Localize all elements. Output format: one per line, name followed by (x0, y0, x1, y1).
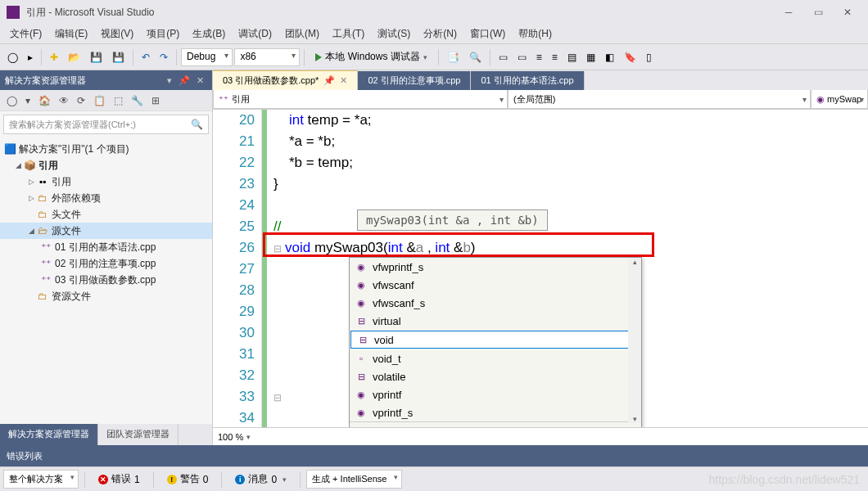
menu-team[interactable]: 团队(M) (278, 24, 326, 44)
tb-icon-10[interactable]: ▯ (642, 47, 656, 67)
se-btn-9[interactable]: ⊞ (148, 92, 163, 109)
menu-view[interactable]: 视图(V) (94, 24, 140, 44)
expand-icon[interactable]: ▷ (26, 178, 36, 186)
save-all-button[interactable]: 💾 (108, 47, 129, 67)
se-btn-4[interactable]: 👁 (56, 92, 72, 109)
platform-combo[interactable]: x86 (234, 48, 300, 66)
isense-item[interactable]: ◉vfwprintf_s (350, 258, 641, 276)
isense-item[interactable]: ◉vprintf_s (350, 403, 641, 421)
errors-filter-button[interactable]: ✕ 错误 1 (91, 469, 147, 489)
isense-item[interactable]: ▫void_t (350, 349, 641, 367)
tb-bookmark-icon[interactable]: 🔖 (620, 47, 640, 67)
new-project-button[interactable]: ✚ (46, 47, 62, 67)
tree-sources[interactable]: ◢ 🗁 源文件 (0, 223, 212, 239)
se-btn-2[interactable]: ▾ (22, 92, 34, 109)
menu-edit[interactable]: 编辑(E) (48, 24, 94, 44)
maximize-button[interactable]: ▭ (804, 2, 832, 22)
pin-icon[interactable]: 📌 (323, 75, 335, 86)
menu-tools[interactable]: 工具(T) (326, 24, 371, 44)
expand-icon[interactable]: ◢ (13, 161, 23, 169)
tree-references[interactable]: ▷ ▪▪ 引用 (0, 173, 212, 190)
tree-source-2[interactable]: ⁺⁺ 02 引用的注意事项.cpp (0, 255, 212, 272)
tree-resources[interactable]: 🗀 资源文件 (0, 288, 212, 304)
tree-solution[interactable]: 🟦 解决方案"引用"(1 个项目) (0, 141, 212, 157)
isense-scrollbar[interactable] (628, 258, 641, 423)
se-properties-icon[interactable]: 🔧 (128, 92, 147, 109)
filter-icon[interactable]: ◆ (374, 426, 389, 427)
tb-icon-3[interactable]: ▭ (495, 47, 512, 67)
se-home-icon[interactable]: 🏠 (35, 92, 54, 109)
isense-item[interactable]: ⊟virtual (350, 312, 641, 330)
start-debug-button[interactable]: 本地 Windows 调试器 ▾ (309, 47, 433, 67)
menu-test[interactable]: 测试(S) (371, 24, 417, 44)
filter-icon[interactable]: ⊟ (459, 426, 474, 427)
menu-window[interactable]: 窗口(W) (463, 24, 512, 44)
filter-icon[interactable]: ⚡ (417, 426, 432, 427)
zoom-level[interactable]: 100 % (218, 432, 243, 442)
tb-icon-9[interactable]: ◧ (601, 47, 618, 67)
minimize-button[interactable]: ─ (775, 2, 802, 22)
tb-icon-1[interactable]: 📑 (443, 47, 463, 67)
isense-item[interactable]: ◉vfwscanf (350, 276, 641, 294)
config-combo[interactable]: Debug (181, 48, 233, 66)
code-content[interactable]: int temp = *a; *a = *b; *b = temp; } // … (267, 110, 868, 427)
solution-search-input[interactable]: 搜索解决方案资源管理器(Ctrl+;) 🔍 (3, 115, 209, 134)
filter-icon[interactable]: { } (481, 426, 495, 427)
save-button[interactable]: 💾 (86, 47, 106, 67)
menu-build[interactable]: 生成(B) (186, 24, 232, 44)
filter-icon[interactable]: ⊞ (353, 426, 368, 427)
nav-back-button[interactable]: ◯ (3, 47, 22, 67)
doc-tab-3[interactable]: 01 引用的基本语法.cpp (471, 71, 584, 90)
panel-close-icon[interactable]: ✕ (193, 75, 207, 86)
messages-filter-button[interactable]: i 消息 0 ▾ (228, 469, 294, 489)
open-file-button[interactable]: 📂 (64, 47, 84, 67)
tree-source-3[interactable]: ⁺⁺ 03 引用做函数参数.cpp (0, 272, 212, 288)
tab-team-explorer[interactable]: 团队资源管理器 (98, 424, 179, 445)
build-intellisense-combo[interactable]: 生成 + IntelliSense (306, 470, 402, 489)
filter-icon[interactable]: ▶| (438, 426, 453, 427)
tb-icon-4[interactable]: ▭ (513, 47, 531, 67)
tb-icon-7[interactable]: ▤ (563, 47, 581, 67)
menu-analyze[interactable]: 分析(N) (417, 24, 463, 44)
warnings-filter-button[interactable]: ! 警告 0 (160, 469, 216, 489)
filter-icon[interactable]: 📦 (396, 426, 410, 427)
doc-tab-active[interactable]: 03 引用做函数参数.cpp* 📌 ✕ (213, 70, 358, 90)
isense-item[interactable]: ◉vfwscanf_s (350, 294, 641, 312)
tree-headers[interactable]: 🗀 头文件 (0, 206, 212, 223)
nav-scope2-combo[interactable]: (全局范围) (508, 90, 811, 109)
tree-source-1[interactable]: ⁺⁺ 01 引用的基本语法.cpp (0, 239, 212, 255)
code-navbar: ⁺⁺ 引用 (全局范围) ◉ mySwap (213, 90, 868, 110)
tree-project[interactable]: ◢ 📦 引用 (0, 157, 212, 173)
se-btn-7[interactable]: ⬚ (111, 92, 126, 109)
isense-item-selected[interactable]: ⊟void (350, 331, 640, 349)
nav-member-combo[interactable]: ◉ mySwap (811, 90, 868, 109)
close-button[interactable]: ✕ (834, 2, 861, 22)
collapse-icon[interactable]: ◢ (26, 227, 36, 235)
close-icon[interactable]: ✕ (340, 75, 347, 86)
panel-pin-icon[interactable]: 📌 (175, 75, 193, 86)
doc-tab-2[interactable]: 02 引用的注意事项.cpp (358, 71, 471, 90)
menu-file[interactable]: 文件(F) (3, 24, 48, 44)
tb-icon-6[interactable]: ≡ (548, 47, 562, 67)
redo-button[interactable]: ↷ (156, 47, 172, 67)
tree-external-deps[interactable]: ▷ 🗀 外部依赖项 (0, 190, 212, 206)
undo-button[interactable]: ↶ (138, 47, 154, 67)
se-btn-6[interactable]: 📋 (90, 92, 109, 109)
nav-forward-button[interactable]: ▸ (24, 47, 37, 67)
isense-item[interactable]: ◉vprintf (350, 385, 641, 403)
error-scope-combo[interactable]: 整个解决方案 (3, 470, 79, 489)
tab-solution-explorer[interactable]: 解决方案资源管理器 (0, 424, 98, 445)
nav-scope-combo[interactable]: ⁺⁺ 引用 (213, 90, 508, 109)
code-editor[interactable]: 20 21 22 23 24 25 26 27 28 29 30 31 32 3… (213, 110, 868, 427)
expand-icon[interactable]: ▷ (26, 194, 36, 202)
menu-project[interactable]: 项目(P) (140, 24, 186, 44)
tb-icon-2[interactable]: 🔍 (465, 47, 486, 67)
menu-debug[interactable]: 调试(D) (232, 24, 278, 44)
menu-help[interactable]: 帮助(H) (512, 24, 558, 44)
isense-item[interactable]: ⊟volatile (350, 367, 641, 385)
se-refresh-icon[interactable]: ⟳ (74, 92, 88, 109)
tb-icon-8[interactable]: ▦ (582, 47, 599, 67)
tb-icon-5[interactable]: ≡ (532, 47, 546, 67)
panel-dropdown-icon[interactable]: ▾ (164, 75, 175, 86)
se-home-button[interactable]: ◯ (3, 92, 20, 109)
